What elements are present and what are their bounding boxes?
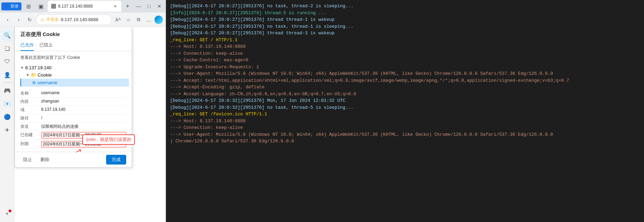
tab-controls: — □ ✕ — [134, 1, 164, 11]
log-line: ---> Accept: text/html,application/xhtml… — [170, 77, 640, 84]
page-area: 🔍 ❏ 🛡 👤 🎮 📧 🔵 ✈ + hel 正在使用 Cookie 已允许 — [0, 27, 166, 222]
log-line: ---> Connection: keep-alive — [170, 50, 640, 57]
maximize-button[interactable]: □ — [144, 1, 154, 11]
expand-icon: ▼ — [20, 66, 24, 70]
sidebar-search-button[interactable]: 🔍 — [2, 30, 13, 41]
cookie-tabs: 已允许 已阻止 — [15, 41, 132, 51]
log-line: _req_line: GET /favicon.ico HTTP/1.1 — [170, 111, 640, 118]
cookie-detail-send: 发送 仅限相同站点的连接 — [20, 123, 126, 131]
detail-label-domain: 域 — [20, 107, 41, 113]
split-screen-button[interactable]: ⧉ — [134, 15, 143, 25]
sidebar-teams-button[interactable]: ✈ — [2, 124, 13, 135]
annotation-bubble: 1min，就是我们设置的 — [82, 134, 135, 145]
sidebar-downloads-button[interactable]: 👤 — [2, 69, 13, 80]
done-button[interactable]: 完成 — [106, 155, 126, 165]
bookmark-button[interactable]: ☆ — [123, 15, 133, 25]
detail-value-domain: 8.137.19.140 — [41, 107, 126, 113]
tab-close-button[interactable]: ✕ — [112, 3, 118, 9]
tab-group-button[interactable]: ⊞ — [23, 1, 34, 12]
tab-bar: 👤 登录 ⊞ ▣ 8.137.19.140:8888 ✕ + — □ ✕ — [0, 0, 166, 12]
close-button[interactable]: ✕ — [155, 1, 164, 11]
detail-value-content: zhangsan — [41, 99, 126, 105]
cookie-tab-blocked[interactable]: 已阻止 — [39, 41, 53, 51]
log-line: [Debug][2024-6-17 20:0:27][2951376] no t… — [170, 23, 640, 30]
cookie-detail-domain: 域 8.137.19.140 — [20, 106, 126, 114]
detail-label-send: 发送 — [20, 124, 41, 130]
delete-button[interactable]: 删除 — [38, 155, 52, 164]
cookie-panel-footer: 阻止 删除 完成 — [15, 152, 132, 167]
tab-title: 8.137.19.140:8888 — [58, 4, 93, 9]
sidebar-history-button[interactable]: 🛡 — [2, 56, 13, 67]
cookie-item-row[interactable]: ⚙ username — [20, 79, 129, 87]
cookie-footer-buttons: 阻止 删除 — [20, 155, 52, 164]
log-line: ---> Host: 8.137.19.140:8888 — [170, 118, 640, 125]
log-line: [Debug][2024-6-17 20:0:27][2951376] thre… — [170, 16, 640, 23]
annotation-text: 1min，就是我们设置的 — [86, 137, 131, 142]
cookie-domain-name: 8.137.19.140 — [25, 65, 52, 70]
browser-sidebar: 🔍 ❏ 🛡 👤 🎮 📧 🔵 ✈ + — [0, 27, 15, 222]
cookie-detail-content: 内容 zhangsan — [20, 98, 126, 106]
log-line: ---> User-Agent: Mozilla/5.0 (Windows NT… — [170, 70, 640, 77]
new-tab-button[interactable]: + — [123, 1, 132, 11]
cookie-folder-name: Cookie — [38, 72, 52, 78]
log-line: ---> Accept-Encoding: gzip, deflate — [170, 84, 640, 91]
insecure-label: 不安全 — [46, 17, 59, 23]
log-line: ---> Upgrade-Insecure-Requests: 1 — [170, 64, 640, 71]
log-line: ---> Host: 8.137.19.140:8888 — [170, 43, 640, 50]
detail-label-expires: 到期 — [20, 141, 41, 148]
log-line: [Debug][2024-6-17 20:0:27][2951376] no t… — [170, 3, 640, 10]
active-tab[interactable]: 8.137.19.140:8888 ✕ — [48, 1, 121, 12]
detail-value-path: / — [41, 115, 126, 121]
sidebar-outlook-button[interactable]: 📧 — [2, 98, 13, 109]
more-tools-button[interactable]: … — [144, 15, 154, 25]
sidebar-add-area: + — [2, 208, 13, 219]
profile-label: 登录 — [10, 3, 19, 9]
url-text: 8.137.19.140:8888 — [61, 17, 107, 22]
detail-label-content: 内容 — [20, 99, 41, 105]
tab-favicon-icon — [51, 4, 56, 9]
detail-value-name: username — [41, 90, 126, 96]
address-bar: ‹ › ↻ ⚠ 不安全 8.137.19.140:8888 Aᴬ ☆ ⧉ … — [0, 12, 166, 27]
profile-icon: 👤 — [4, 4, 9, 9]
cookie-detail-name: 名称 username — [20, 89, 126, 98]
folder-icon: 📁 — [31, 72, 36, 78]
sidebar-divider — [3, 82, 11, 83]
tab-shape-button[interactable]: ▣ — [35, 1, 46, 12]
sidebar-games-button[interactable]: 🎮 — [2, 85, 13, 96]
detail-label-path: 路径 — [20, 115, 41, 121]
log-line: ---> Accept-Language: zh-CN,zh;q=0.9,en;… — [170, 91, 640, 98]
toolbar-icons: Aᴬ ☆ ⧉ … — [113, 15, 163, 25]
detail-label-created: 已创建 — [20, 132, 41, 139]
reload-button[interactable]: ↻ — [25, 15, 35, 25]
back-button[interactable]: ‹ — [3, 15, 12, 25]
terminal-panel: [Debug][2024-6-17 20:0:27][2951376] no t… — [166, 0, 644, 222]
cookie-folder-row[interactable]: ▼ 📁 Cookie — [20, 71, 129, 79]
sidebar-office-button[interactable]: 🔵 — [2, 111, 13, 122]
reader-view-button[interactable]: Aᴬ — [113, 15, 123, 25]
sidebar-notification-dot — [9, 210, 11, 212]
detail-label-name: 名称 — [20, 90, 41, 96]
log-line: ---> Connection: keep-alive — [170, 124, 640, 131]
cookie-item-icon: ⚙ — [32, 80, 36, 85]
forward-button[interactable]: › — [14, 15, 24, 25]
profile-button[interactable]: 👤 登录 — [1, 2, 21, 10]
log-line: ) Chrome/126.0.0.0 Safari/537.36 Edg/126… — [170, 138, 640, 145]
cookie-tab-allowed[interactable]: 已允许 — [20, 41, 34, 51]
log-line: [Debug][2024-6-17 20:0:27][2951376] thre… — [170, 30, 640, 37]
cookie-domain-row[interactable]: ▼ 8.137.19.140 — [20, 64, 129, 71]
cookie-item-name: username — [37, 80, 57, 85]
sidebar-collections-button[interactable]: ❏ — [2, 43, 13, 54]
log-line: ---> User-Agent: Mozilla/5.0 (Windows NT… — [170, 131, 640, 138]
block-button[interactable]: 阻止 — [20, 155, 35, 164]
cookie-detail-path: 路径 / — [20, 114, 126, 123]
browser-window: 👤 登录 ⊞ ▣ 8.137.19.140:8888 ✕ + — □ ✕ ‹ ›… — [0, 0, 166, 222]
cookie-panel-description: 查看此页面时设置了以下 Cookie — [15, 51, 132, 64]
log-line: [Debug][2024-6-17 20:0:32][2951376] no t… — [170, 104, 640, 111]
minimize-button[interactable]: — — [134, 1, 143, 11]
security-icon: ⚠ — [40, 17, 44, 22]
url-box[interactable]: ⚠ 不安全 8.137.19.140:8888 — [36, 15, 112, 25]
log-line: [Info][2024-6-17 20:0:27][2951376] threa… — [170, 10, 640, 17]
detail-value-send: 仅限相同站点的连接 — [41, 124, 126, 130]
cookie-panel-title: 正在使用 Cookie — [20, 31, 60, 37]
log-line: [Debug][2024-6-17 20:0:32][2951376] Mon,… — [170, 97, 640, 104]
